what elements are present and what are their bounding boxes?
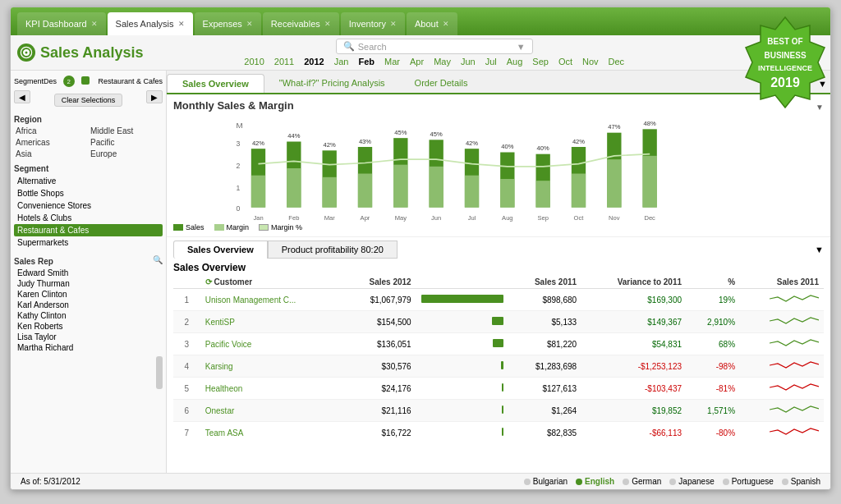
year-2010[interactable]: 2010 [244,57,264,66]
prev-arrow[interactable]: ◀ [14,90,30,103]
rep-kathy-clinton[interactable]: Kathy Clinton [14,310,163,321]
tab-inventory[interactable]: Inventory ✕ [341,12,405,35]
svg-rect-29 [430,167,443,208]
month-nov[interactable]: Nov [582,57,599,66]
tab-order-details[interactable]: Order Details [400,74,483,93]
search-bar[interactable]: 🔍 Search ▼ [336,39,533,54]
close-icon[interactable]: ✕ [91,20,98,28]
segment-restaurant-cafes[interactable]: Restaurant & Cafes [14,224,163,236]
segment-hotels-clubs[interactable]: Hotels & Clubs [14,212,163,224]
segment-alternative[interactable]: Alternative [14,175,163,187]
segment-convenience-stores[interactable]: Convenience Stores [14,199,163,212]
region-asia[interactable]: Asia [14,149,88,159]
col-sales2012[interactable]: Sales 2012 [342,276,416,289]
row-customer[interactable]: Team ASA [200,422,343,441]
row-sparkline [740,311,824,333]
tab-pricing-analysis[interactable]: "What-if?" Pricing Analysis [264,74,400,93]
month-feb[interactable]: Feb [358,57,375,66]
row-customer[interactable]: Unison Management C... [200,289,343,311]
legend-margin-color [214,224,224,231]
close-icon[interactable]: ✕ [390,20,397,28]
row-sales2012: $1,067,979 [342,289,416,311]
table-dropdown[interactable]: ▼ [815,245,824,254]
footer: As of: 5/31/2012 Bulgarian English Germa… [11,473,830,489]
tab-kpi[interactable]: KPI Dashboard ✕ [17,12,106,35]
month-apr[interactable]: Apr [410,57,424,66]
row-customer[interactable]: Pacific Voice [200,333,343,355]
month-jun[interactable]: Jun [461,57,476,66]
svg-text:45%: 45% [430,131,443,138]
svg-text:40%: 40% [537,144,549,152]
lang-spanish[interactable]: Spanish [782,477,820,486]
search-rep-icon[interactable]: 🔍 [153,255,163,264]
month-may[interactable]: May [434,57,451,66]
month-jan[interactable]: Jan [334,57,349,66]
close-icon[interactable]: ✕ [178,20,185,28]
lang-portuguese[interactable]: Portuguese [723,477,774,486]
rep-ken-roberts[interactable]: Ken Roberts [14,321,163,332]
region-middle-east[interactable]: Middle East [89,126,163,136]
lang-english[interactable]: English [576,477,614,486]
rep-edward-smith[interactable]: Edward Smith [14,268,163,278]
month-aug[interactable]: Aug [507,57,523,66]
segment-supermarkets[interactable]: Supermarkets [14,236,163,249]
row-variance: $169,300 [581,289,687,311]
rep-lisa-taylor[interactable]: Lisa Taylor [14,332,163,342]
row-pct: -81% [687,378,740,400]
lang-bulgarian[interactable]: Bulgarian [524,477,568,486]
row-sparkline [740,422,824,441]
search-area: 🔍 Search ▼ 2010 2011 2012 Jan Feb Mar Ap… [143,39,725,66]
year-2011[interactable]: 2011 [274,57,294,66]
col-variance[interactable]: Variance to 2011 [581,276,687,289]
month-dec[interactable]: Dec [609,57,625,66]
month-jul[interactable]: Jul [485,57,497,66]
lang-japanese[interactable]: Japanese [669,477,714,486]
rep-karen-clinton[interactable]: Karen Clinton [14,289,163,300]
close-icon[interactable]: ✕ [324,20,331,28]
month-oct[interactable]: Oct [558,57,572,66]
lang-german[interactable]: German [623,477,661,486]
legend-dot-green [81,76,92,86]
lang-dot-bulgarian [524,479,531,485]
row-customer[interactable]: KentiSP [200,311,343,333]
rep-karl-anderson[interactable]: Karl Anderson [14,300,163,310]
clear-selections-button[interactable]: Clear Selections [54,94,123,107]
table-row: 3 Pacific Voice $136,051 $81,220 $54,831… [173,333,824,355]
row-customer[interactable]: Healtheon [200,378,343,400]
close-icon[interactable]: ✕ [443,20,449,28]
region-pacific[interactable]: Pacific [89,137,163,148]
dropdown-arrow: ▼ [517,42,526,52]
close-icon[interactable]: ✕ [246,20,253,28]
row-pct: 68% [687,333,740,355]
table-tab-profitability[interactable]: Product profitability 80:20 [268,241,398,259]
legend-sales: Sales [173,223,205,231]
table-tab-sales-overview[interactable]: Sales Overview [173,241,268,259]
tab-sales[interactable]: Sales Analysis ✕ [108,12,193,35]
segment-filter: SegmentDes 2 Restaurant & Cafes [14,76,163,87]
tab-sales-overview[interactable]: Sales Overview [167,74,264,93]
rep-martha-richard[interactable]: Martha Richard [14,342,163,353]
segment-title: Segment [14,164,163,173]
rep-judy-thurman[interactable]: Judy Thurman [14,278,163,289]
col-pct[interactable]: % [687,276,740,289]
region-africa[interactable]: Africa [14,126,88,136]
next-arrow[interactable]: ▶ [146,90,163,103]
region-europe[interactable]: Europe [89,149,163,159]
svg-text:Jul: Jul [468,214,476,222]
month-sep[interactable]: Sep [532,57,549,66]
row-customer[interactable]: Karsing [200,355,343,378]
table-scroll-area[interactable]: ⟳ Customer Sales 2012 Sales 2011 Varianc… [173,276,824,440]
year-2012[interactable]: 2012 [304,57,324,66]
col-sales2011[interactable]: Sales 2011 [508,276,581,289]
tab-receivables[interactable]: Receivables ✕ [263,12,339,35]
col-customer[interactable]: ⟳ Customer [200,276,343,289]
row-customer[interactable]: Onestar [200,400,343,422]
tab-expenses[interactable]: Expenses ✕ [195,12,261,35]
chart-container: M 3 2 1 0 42% Jan [173,115,824,222]
segment-bottle-shops[interactable]: Bottle Shops [14,187,163,199]
region-grid: Africa Middle East Americas Pacific Asia… [14,126,163,159]
tab-about[interactable]: About ✕ [407,12,457,35]
region-americas[interactable]: Americas [14,137,88,148]
month-mar[interactable]: Mar [384,57,400,66]
svg-text:Feb: Feb [288,214,299,222]
